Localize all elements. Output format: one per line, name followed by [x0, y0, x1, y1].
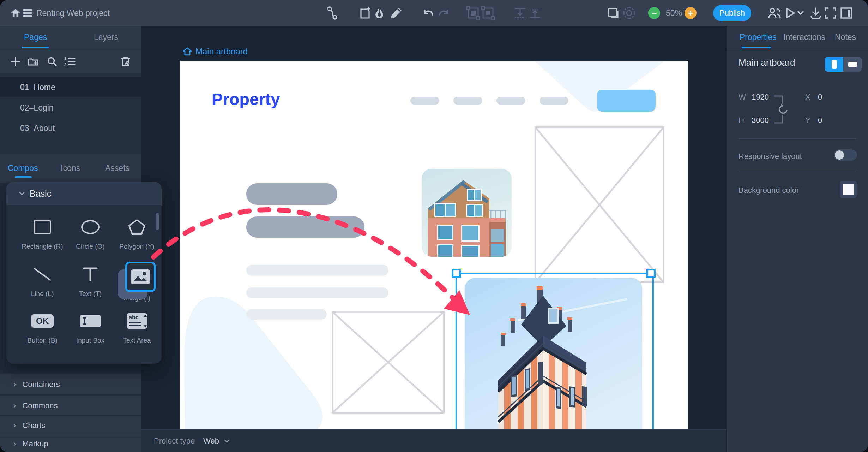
text-bar — [246, 265, 388, 276]
heading-bar — [246, 183, 337, 205]
background-color-swatch[interactable] — [840, 181, 857, 198]
orientation-toggle[interactable] — [825, 57, 862, 72]
tab-layers[interactable]: Layers — [94, 26, 118, 48]
inspector-panel: Properties Interactions Notes Main artbo… — [726, 26, 868, 452]
redo-icon[interactable] — [436, 0, 452, 26]
section-commons[interactable]: ›Commons — [0, 396, 141, 415]
publish-button[interactable]: Publish — [713, 5, 751, 21]
preview-play-icon[interactable] — [783, 0, 797, 26]
y-value[interactable]: 0 — [818, 116, 822, 125]
basic-components-panel: Basic Rectangle (R) Circle (O) Polygon (… — [6, 182, 162, 364]
pencil-tool-icon[interactable] — [388, 0, 404, 26]
tool-text[interactable]: Text (T) — [67, 263, 114, 298]
heading-bar — [246, 216, 364, 238]
nav-pill — [540, 97, 568, 105]
chevron-down-icon — [19, 192, 25, 196]
canvas[interactable]: Main artboard Property — [141, 26, 727, 452]
house-photo — [422, 169, 512, 257]
site-logo: Property — [212, 89, 280, 109]
new-artboard-icon[interactable] — [357, 0, 373, 26]
toggle-right-panel-icon[interactable] — [838, 0, 855, 26]
group-icon[interactable] — [465, 0, 481, 26]
height-value[interactable]: 3000 — [752, 116, 769, 125]
pages-actions: 12 — [0, 49, 141, 74]
artboard[interactable]: Property — [180, 61, 688, 430]
tool-image-selected[interactable]: Image (I) — [114, 263, 160, 302]
preview-chevron-down-icon[interactable] — [796, 0, 805, 26]
x-value[interactable]: 0 — [818, 93, 822, 102]
add-page-icon[interactable] — [11, 49, 20, 73]
width-label: W — [739, 93, 746, 102]
library-tabs: Compos Icons Assets — [0, 154, 141, 183]
recycle-bin-icon[interactable] — [120, 49, 131, 73]
add-folder-icon[interactable] — [28, 49, 39, 73]
pages-layers-tabs: Pages Layers — [0, 26, 141, 49]
selection-frame[interactable] — [456, 273, 654, 430]
text-area-icon: abc — [114, 310, 160, 332]
tab-compos[interactable]: Compos — [8, 157, 38, 179]
collaborate-icon[interactable] — [766, 0, 783, 26]
circle-icon — [67, 216, 114, 238]
artboard-title[interactable]: Main artboard — [183, 47, 248, 56]
search-pages-icon[interactable] — [47, 49, 57, 73]
tool-text-area[interactable]: abc Text Area — [114, 310, 160, 344]
top-toolbar: Renting Web project — [0, 0, 868, 26]
zoom-out-button[interactable]: − — [648, 7, 660, 19]
text-icon — [67, 263, 114, 286]
main-menu-icon[interactable] — [20, 0, 35, 26]
fullscreen-icon[interactable] — [823, 0, 838, 26]
ungroup-icon[interactable] — [480, 0, 496, 26]
project-type-value[interactable]: Web — [203, 436, 219, 446]
page-item[interactable]: 01–Home — [0, 77, 141, 97]
tool-circle[interactable]: Circle (O) — [67, 216, 114, 250]
tool-line[interactable]: Line (L) — [19, 263, 66, 298]
image-placeholder — [535, 126, 664, 283]
focus-target-icon[interactable] — [621, 0, 637, 26]
responsive-layout-toggle[interactable] — [834, 149, 857, 161]
duplicate-icon[interactable] — [605, 0, 621, 26]
tab-pages[interactable]: Pages — [24, 26, 47, 48]
text-bar — [246, 309, 327, 320]
tab-icons[interactable]: Icons — [61, 157, 80, 179]
zoom-in-button[interactable]: + — [685, 7, 697, 19]
chevron-right-icon: › — [13, 421, 16, 430]
svg-text:abc: abc — [129, 314, 139, 320]
tool-input-box[interactable]: Input Box — [67, 310, 114, 344]
download-icon[interactable] — [808, 0, 824, 26]
distribute-top-icon[interactable] — [527, 0, 543, 26]
status-bar: Project type Web — [141, 429, 727, 452]
x-label: X — [805, 93, 810, 102]
tool-polygon[interactable]: Polygon (Y) — [114, 216, 160, 250]
pen-tool-icon[interactable] — [372, 0, 387, 26]
selection-handle-top-right[interactable] — [646, 269, 656, 278]
basic-panel-header[interactable]: Basic — [6, 182, 162, 205]
tab-assets[interactable]: Assets — [105, 157, 129, 179]
selection-handle-top-left[interactable] — [452, 269, 461, 278]
swap-dimensions-icon[interactable] — [777, 103, 790, 116]
distribute-bottom-icon[interactable] — [512, 0, 528, 26]
home-icon[interactable] — [9, 0, 22, 26]
section-containers[interactable]: ›Containers — [0, 374, 141, 394]
button-icon: OK — [19, 310, 66, 332]
path-tool-icon[interactable] — [325, 0, 340, 26]
chevron-right-icon: › — [13, 380, 16, 389]
inspector-tabs: Properties Interactions Notes — [727, 26, 868, 49]
page-item[interactable]: 03–About — [0, 118, 141, 138]
responsive-layout-label: Responsive layout — [739, 152, 802, 161]
page-item[interactable]: 02–Login — [0, 97, 141, 118]
artboard-home-icon — [183, 47, 192, 56]
section-markup[interactable]: ›Markup — [0, 435, 141, 452]
tab-properties[interactable]: Properties — [740, 26, 777, 48]
y-label: Y — [805, 116, 810, 125]
section-charts[interactable]: ›Charts — [0, 416, 141, 435]
width-value[interactable]: 1920 — [752, 93, 769, 102]
basic-panel-title: Basic — [30, 189, 51, 199]
project-type-chevron-icon[interactable] — [224, 439, 230, 443]
undo-icon[interactable] — [421, 0, 436, 26]
page-order-icon[interactable]: 12 — [64, 49, 76, 73]
tool-rectangle[interactable]: Rectangle (R) — [19, 216, 66, 250]
tab-notes[interactable]: Notes — [835, 26, 856, 48]
svg-text:1: 1 — [64, 56, 66, 60]
tool-button[interactable]: OK Button (B) — [19, 310, 66, 344]
tab-interactions[interactable]: Interactions — [783, 26, 825, 48]
